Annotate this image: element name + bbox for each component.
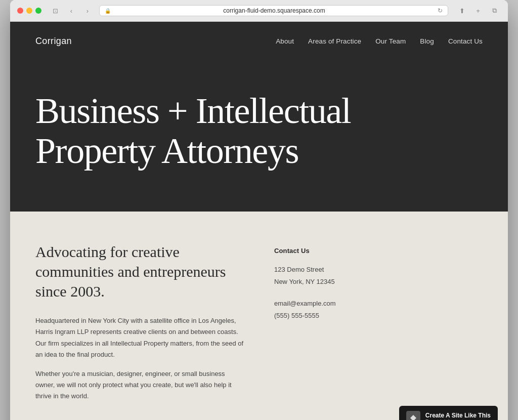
contact-address: 123 Demo Street New York, NY 12345	[274, 264, 483, 287]
content-body-2: Whether you're a musician, designer, eng…	[35, 368, 244, 402]
hero-section: Business + Intellectual Property Attorne…	[10, 61, 508, 212]
browser-nav: ⊡ ‹ ›	[49, 6, 94, 16]
content-body-1: Headquartered in New York City with a sa…	[35, 315, 244, 360]
browser-window: ⊡ ‹ › 🔒 ↻ ⬆ + ⧉ Corrigan About Areas of …	[10, 0, 508, 420]
contact-email: email@example.com	[274, 298, 483, 309]
nav-about[interactable]: About	[276, 37, 294, 45]
contact-phone: (555) 555-5555	[274, 310, 483, 321]
nav-blog[interactable]: Blog	[420, 37, 434, 45]
content-tagline: Advocating for creative communities and …	[35, 242, 244, 301]
site-nav: About Areas of Practice Our Team Blog Co…	[276, 37, 483, 45]
squarespace-badge-text: Create A Site Like This Free trial. Inst…	[425, 412, 491, 420]
address-bar[interactable]	[114, 7, 435, 14]
minimize-button[interactable]	[26, 8, 32, 14]
site-logo: Corrigan	[35, 36, 72, 47]
address-bar-container: 🔒 ↻	[99, 5, 448, 16]
badge-main-text: Create A Site Like This	[425, 412, 491, 419]
nav-team[interactable]: Our Team	[375, 37, 406, 45]
share-button[interactable]: ⬆	[455, 6, 468, 16]
duplicate-tab-button[interactable]: ⧉	[488, 6, 501, 16]
contact-heading: Contact Us	[274, 247, 483, 255]
forward-button[interactable]: ›	[81, 6, 94, 16]
contact-panel: Contact Us 123 Demo Street New York, NY …	[274, 242, 483, 410]
content-section: Advocating for creative communities and …	[10, 212, 508, 420]
lock-icon: 🔒	[105, 8, 111, 14]
nav-areas[interactable]: Areas of Practice	[308, 37, 361, 45]
close-button[interactable]	[17, 8, 23, 14]
reload-icon[interactable]: ↻	[438, 7, 443, 14]
address-line-1: 123 Demo Street	[274, 266, 324, 273]
new-tab-button[interactable]: +	[471, 6, 485, 16]
site-header: Corrigan About Areas of Practice Our Tea…	[10, 22, 508, 61]
window-icon[interactable]: ⊡	[49, 6, 62, 16]
back-button[interactable]: ‹	[65, 6, 78, 16]
squarespace-badge[interactable]: Create A Site Like This Free trial. Inst…	[399, 406, 498, 420]
browser-actions: ⬆ + ⧉	[455, 6, 501, 16]
squarespace-icon	[406, 411, 420, 420]
browser-chrome: ⊡ ‹ › 🔒 ↻ ⬆ + ⧉	[10, 0, 508, 22]
content-left: Advocating for creative communities and …	[35, 242, 244, 410]
nav-contact[interactable]: Contact Us	[448, 37, 483, 45]
address-line-2: New York, NY 12345	[274, 278, 335, 285]
hero-title: Business + Intellectual Property Attorne…	[35, 91, 420, 171]
site-content: Corrigan About Areas of Practice Our Tea…	[10, 22, 508, 420]
traffic-lights	[17, 8, 41, 14]
maximize-button[interactable]	[35, 8, 41, 14]
